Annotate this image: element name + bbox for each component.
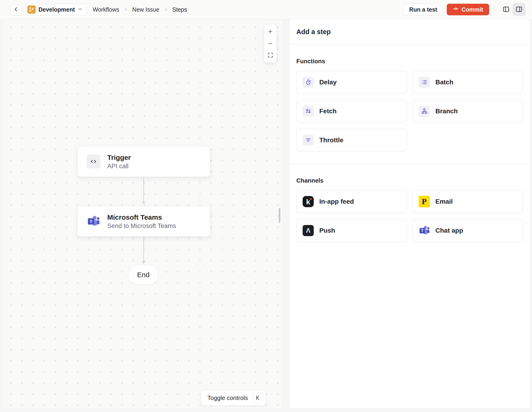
step-label: Chat app: [435, 227, 463, 234]
top-bar: Development Workflows New Issue Steps Ru…: [0, 0, 532, 19]
email-channel-card[interactable]: P Email: [412, 190, 523, 213]
channels-grid: k In-app feed P Email Λ: [296, 190, 523, 242]
step-label: Delay: [319, 78, 337, 86]
batch-list-icon: [419, 77, 430, 88]
breadcrumb-separator-icon: [164, 7, 168, 12]
breadcrumb-new-issue[interactable]: New Issue: [132, 6, 159, 13]
expo-icon: Λ: [303, 225, 314, 236]
main-area: + − Trigger API call: [0, 19, 532, 412]
panel-title: Add a step: [296, 28, 331, 36]
code-icon: [86, 154, 100, 168]
commit-button[interactable]: Commit: [447, 4, 489, 15]
panel-resize-handle[interactable]: [279, 208, 280, 223]
chat-app-channel-card[interactable]: T Chat app: [412, 219, 523, 242]
node-title: Microsoft Teams: [107, 213, 176, 222]
functions-grid: Delay Batch Fetch: [296, 71, 523, 151]
knock-icon: k: [303, 196, 314, 207]
toggle-controls-button[interactable]: Toggle controls K: [201, 390, 266, 405]
node-title: Trigger: [107, 153, 131, 162]
svg-text:T: T: [90, 219, 92, 224]
workflow-canvas[interactable]: + − Trigger API call: [2, 19, 283, 409]
panel-left-icon: [502, 5, 510, 14]
run-a-test-button[interactable]: Run a test: [403, 4, 443, 15]
chevron-left-icon: [13, 6, 19, 13]
fullscreen-icon: [267, 51, 273, 60]
flow-edge: [141, 237, 146, 265]
toggle-controls-label: Toggle controls: [207, 394, 248, 402]
trigger-step-node[interactable]: Trigger API call: [77, 146, 210, 177]
canvas-zoom-controls: + −: [264, 25, 276, 63]
step-label: Throttle: [319, 136, 343, 144]
fetch-step-card[interactable]: Fetch: [296, 100, 407, 122]
breadcrumb-separator-icon: [124, 7, 128, 12]
zoom-out-button[interactable]: −: [264, 38, 276, 50]
breadcrumb-workflows[interactable]: Workflows: [93, 6, 119, 13]
push-channel-card[interactable]: Λ Push: [296, 219, 407, 242]
step-label: Push: [319, 227, 335, 234]
branch-step-card[interactable]: Branch: [412, 100, 523, 122]
timer-icon: [303, 77, 314, 88]
flow-edge: [141, 177, 146, 205]
step-label: Batch: [435, 78, 454, 86]
batch-step-card[interactable]: Batch: [412, 71, 523, 93]
step-label: In-app feed: [319, 198, 354, 205]
functions-section-heading: Functions: [296, 58, 523, 65]
toggle-left-panel-button[interactable]: [500, 3, 513, 16]
breadcrumb-steps: Steps: [172, 6, 187, 13]
chevron-down-icon: [78, 7, 83, 12]
microsoft-teams-step-node[interactable]: T Microsoft Teams Send to Microsoft Team…: [77, 206, 210, 237]
environment-label: Development: [38, 6, 75, 13]
step-label: Email: [435, 198, 453, 205]
throttle-step-card[interactable]: Throttle: [296, 129, 407, 151]
channels-section-heading: Channels: [296, 177, 523, 184]
postmark-letter: P: [422, 197, 427, 206]
toggle-right-panel-button[interactable]: [513, 3, 525, 16]
add-step-panel: Add a step Functions Delay: [289, 19, 530, 409]
in-app-feed-channel-card[interactable]: k In-app feed: [296, 190, 407, 213]
git-branch-icon: [27, 5, 36, 14]
breadcrumb: Workflows New Issue Steps: [93, 6, 187, 13]
step-label: Branch: [435, 107, 458, 115]
expo-letter: Λ: [306, 227, 311, 234]
swap-arrows-icon: [303, 106, 314, 117]
end-node: End: [128, 265, 159, 285]
environment-switcher[interactable]: Development: [26, 4, 86, 15]
delay-step-card[interactable]: Delay: [296, 71, 407, 93]
node-subtitle: API call: [107, 163, 131, 170]
branch-tree-icon: [419, 106, 430, 117]
microsoft-teams-icon: T: [86, 214, 100, 228]
back-button[interactable]: [10, 4, 22, 15]
workflow-editor: Development Workflows New Issue Steps Ru…: [0, 0, 532, 412]
panel-right-icon: [515, 5, 523, 14]
topbar-divider: [494, 5, 494, 14]
node-subtitle: Send to Microsoft Teams: [107, 222, 176, 230]
teams-letter: T: [421, 229, 423, 233]
section-divider: [289, 164, 530, 164]
keyboard-shortcut-badge: K: [253, 393, 263, 403]
postmark-icon: P: [419, 196, 430, 207]
fit-view-button[interactable]: [264, 50, 276, 62]
commit-icon: [453, 6, 459, 13]
microsoft-teams-icon: T: [419, 225, 430, 236]
panel-header: Add a step: [289, 19, 530, 45]
zoom-in-button[interactable]: +: [264, 26, 276, 38]
knock-dot: [310, 198, 312, 200]
panel-body: Functions Delay Batch: [289, 45, 530, 242]
step-label: Fetch: [319, 107, 337, 115]
throttle-filter-icon: [303, 135, 314, 146]
commit-label: Commit: [462, 6, 483, 13]
